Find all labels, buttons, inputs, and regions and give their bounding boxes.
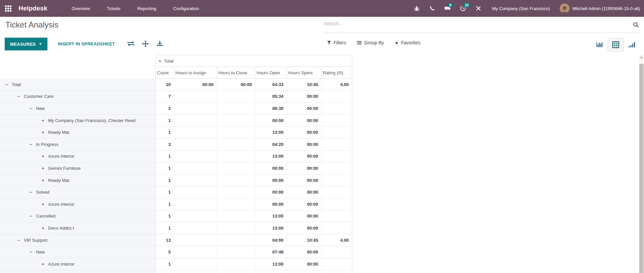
pivot-cell: 13:00 [255,150,287,162]
activity-clock-icon[interactable]: 33 [460,5,466,12]
pivot-cell: 00:00 [287,126,321,139]
menu-overview[interactable]: Overview [71,5,91,12]
pivot-row: −Solved100:0000:00 [0,186,352,198]
search-input[interactable] [324,21,594,26]
expand-icon[interactable]: + [159,58,162,64]
pivot-view-button[interactable] [608,38,624,51]
pivot-row-header[interactable]: +Azure Interior [0,258,155,270]
menu-tickets[interactable]: Tickets [106,5,121,12]
pivot-row-header[interactable]: −Cancelled [0,210,155,222]
pivot-cell [321,210,352,222]
pivot-cell [174,138,217,150]
pivot-row-label: Total [12,82,21,87]
company-selector[interactable]: My Company (San Francisco) [492,6,550,11]
pivot-cell [174,103,217,115]
favorites-button[interactable]: ★ Favorites [395,40,420,45]
pivot-row-header[interactable]: −New [0,246,155,258]
pivot-measure-header[interactable]: Rating (/5) [321,67,352,79]
bar-chart-icon [596,42,603,48]
pivot-cell [217,162,255,174]
expand-icon[interactable]: + [41,178,45,183]
tools-icon[interactable] [475,5,482,12]
view-switcher [592,38,640,51]
pivot-row-header[interactable]: +My Company (San Francisco), Chester Ree… [0,114,155,126]
search-icon[interactable] [633,22,639,28]
collapse-icon[interactable]: − [29,249,33,255]
flip-axis-icon[interactable] [127,40,135,47]
user-menu[interactable]: Mitchell Admin (11950646-15-0-all) [572,6,640,11]
expand-icon[interactable]: + [41,118,45,123]
bug-icon[interactable] [413,5,420,12]
pivot-cell: 04:00 [255,234,287,246]
pivot-measure-header[interactable]: Hours Spent [287,67,321,79]
dashboard-view-button[interactable] [592,38,608,51]
pivot-cell: 00:00 [287,222,321,234]
pivot-row-header[interactable]: +Deco Addict t [0,222,155,234]
pivot-row-header[interactable]: −Customer Care [0,90,155,103]
scrollbar-thumb[interactable] [639,64,644,273]
collapse-icon[interactable]: − [29,142,33,147]
pivot-row-header[interactable]: +Azure Interior [0,150,155,162]
insert-in-spreadsheet-button[interactable]: INSERT IN SPREADSHEET [58,41,115,46]
expand-icon[interactable]: + [41,166,45,171]
collapse-icon[interactable]: − [17,238,21,243]
pivot-cell [217,258,255,270]
expand-icon[interactable]: + [41,154,45,159]
expand-icon[interactable]: + [41,226,45,231]
apps-grid-icon[interactable] [4,5,12,12]
pivot-row-header[interactable]: −In Progress [0,138,155,150]
group-by-button[interactable]: Group By [357,40,384,45]
pivot-cell [321,222,352,234]
pivot-row-header[interactable]: +Ready Mat [0,126,155,139]
search-bar [323,18,641,33]
pivot-row-label: VIP Support [24,238,47,243]
pivot-cell: 1 [155,198,174,210]
measures-button[interactable]: MEASURES ▼ [5,38,47,50]
pivot-cell [321,138,352,150]
pivot-cell [321,162,352,174]
pivot-measure-header[interactable]: Hours to Assign [174,67,217,79]
pivot-cell [174,114,217,126]
collapse-icon[interactable]: − [29,213,33,219]
graph-view-button[interactable] [624,38,640,51]
menu-configuration[interactable]: Configuration [172,5,200,12]
collapse-icon[interactable]: − [29,190,33,195]
collapse-icon[interactable]: − [29,106,33,111]
pivot-row-header[interactable]: +Azure Interior [0,198,155,210]
pivot-cell [321,150,352,162]
pivot-row-header[interactable]: −Total [0,79,155,91]
pivot-measure-header[interactable]: Count [155,67,174,79]
pivot-row-header[interactable]: −Solved [0,186,155,198]
expand-icon[interactable]: + [41,130,45,135]
collapse-icon[interactable]: − [17,94,21,99]
top-navbar: Helpdesk Overview Tickets Reporting Conf… [0,0,644,17]
expand-icon[interactable]: + [41,262,45,267]
pivot-row-header[interactable]: +Gemini Furniture [0,162,155,174]
expand-icon[interactable]: + [41,202,45,207]
pivot-measure-header[interactable]: Hours Open [255,67,287,79]
filters-button[interactable]: Filters [327,40,346,45]
chat-icon[interactable]: 8 [444,5,451,12]
avatar[interactable] [560,4,569,13]
collapse-icon[interactable]: − [5,82,8,87]
menu-reporting[interactable]: Reporting [137,5,157,12]
pivot-column-group-header[interactable]: +Total [155,55,352,67]
pivot-row-header[interactable]: −New [0,103,155,115]
pivot-row-header[interactable]: −VIP Support [0,234,155,246]
pivot-cell: 00:00 [287,174,321,186]
app-title[interactable]: Helpdesk [19,5,47,12]
phone-icon[interactable] [429,5,435,12]
pivot-toolbar: MEASURES ▼ INSERT IN SPREADSHEET [0,33,644,55]
pivot-row-header[interactable]: +Ready Mat [0,174,155,186]
expand-all-icon[interactable] [142,40,149,47]
pivot-measure-header[interactable]: Hours to Close [217,67,255,79]
pivot-cell: 1 [155,150,174,162]
pivot-cell: 1 [155,126,174,139]
download-icon[interactable] [156,40,164,47]
pivot-cell: 00:00 [255,114,287,126]
filter-icon [327,41,331,45]
pivot-row-label: Gemini Furniture [48,166,81,171]
scroll-up-arrow[interactable]: ▲ [639,56,644,59]
pivot-cell: 00:00 [174,79,217,91]
pivot-row: −Total2000:0000:0004:3310:454.00 [0,79,352,91]
